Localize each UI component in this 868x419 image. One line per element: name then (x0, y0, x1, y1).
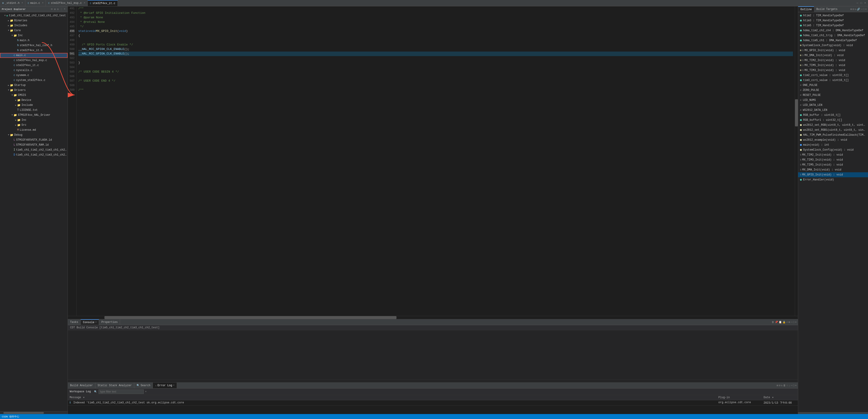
console-hscroll[interactable] (68, 379, 798, 382)
console-close[interactable]: × (95, 321, 96, 324)
tree-core-inc[interactable]: ▼ 📁 Inc (0, 33, 68, 38)
tree-main-c[interactable]: ▶ c main.c (0, 53, 68, 58)
col-plugin[interactable]: Plug-in (717, 395, 762, 399)
tree-core[interactable]: ▼ 📁 Core (0, 28, 68, 33)
filter-clear-btn[interactable]: × (145, 390, 147, 393)
tree-sysmem-c[interactable]: ▶ c sysmem.c (0, 73, 68, 78)
outline-mx-tim2-s[interactable]: S MX_TIM2_Init(void) : void (798, 152, 868, 157)
console-clear-btn[interactable]: 🗑 (772, 321, 774, 324)
outline-main[interactable]: main(void) : int (798, 143, 868, 147)
log-row-0[interactable]: ℹ Indexed 'tim5_ch1_tim2_ch2_tim3_ch1_ch… (68, 400, 798, 406)
outline-mx-dma[interactable]: H S MX_DMA_Init(void) : void (798, 53, 868, 58)
sort-message[interactable]: ▼ (83, 396, 85, 399)
tree-include[interactable]: ▶ 📁 Include (0, 103, 68, 108)
outline-sysclk2[interactable]: SystemClock_Config(void) : void (798, 147, 868, 152)
tab-hal-msp[interactable]: C stm32f4xx_hal_msp.c × (46, 0, 88, 6)
sidebar-hscroll[interactable] (0, 411, 68, 414)
log-btn-7[interactable]: ─ (791, 384, 792, 387)
tab-outline[interactable]: Outline (798, 6, 814, 12)
outline-error-handler[interactable]: Error_Handler(void) (798, 177, 868, 182)
tree-device[interactable]: ▶ 📁 Device (0, 98, 68, 103)
outline-ws2812-set-rgb1[interactable]: ws2812_set_RGB1(uint8_t, uint8_t, uint8_… (798, 127, 868, 132)
tree-syscalls-c[interactable]: ▶ c syscalls.c (0, 68, 68, 73)
log-btn-5[interactable]: ↑ (786, 384, 788, 387)
log-btn-3[interactable]: ↻ (781, 384, 782, 387)
log-btn-2[interactable]: ⊟ (779, 384, 780, 387)
log-btn-1[interactable]: ⊞ (777, 384, 778, 387)
sidebar-btn-5[interactable]: × (64, 8, 66, 11)
outline-htim3[interactable]: htim3 : TIM_HandleTypeDef (798, 18, 868, 23)
error-log-close[interactable]: × (173, 384, 175, 387)
tree-debug[interactable]: ▼ 📁 Debug (0, 132, 68, 138)
tree-hal-msp-c[interactable]: ▶ c stm32f4xx_hal_msp.c (0, 58, 68, 63)
sidebar-btn-2[interactable]: ⊞ (54, 8, 56, 11)
outline-hal-tim-cb[interactable]: HAL_TIM_PWM_PulseFinishedCallback(TIM_Ha (798, 132, 868, 138)
tab-static-stack[interactable]: Static Stack Analyzer (95, 383, 134, 388)
outline-rgb-buffur[interactable]: RGB_buffur : uint16_t[] (798, 113, 868, 118)
tab-stdint[interactable]: H _stdint.h × (0, 0, 25, 6)
tab-mainc-close[interactable]: × (42, 2, 43, 4)
outline-tim3-ccr1[interactable]: tim3_ccr1_value : uint16_t[] (798, 78, 868, 83)
outline-btn-2[interactable]: ⊟ (852, 8, 854, 11)
console-expand-btn[interactable]: ⊞ (789, 321, 790, 324)
outline-rgb-buffur1[interactable]: RGB_buffur1 : uint32_t[] (798, 118, 868, 123)
outline-hdma-tim2[interactable]: hdma_tim2_ch2_ch4 : DMA_HandleTypeDef (798, 28, 868, 33)
tab-tasks[interactable]: Tasks (68, 319, 81, 325)
tab-hal-it[interactable]: C stm32f4xx_it.c (88, 0, 118, 6)
tab-mainc[interactable]: C main.c × (25, 0, 46, 6)
sort-date[interactable]: ▼ (772, 396, 774, 399)
outline-btn-7[interactable]: × (865, 8, 867, 11)
log-btn-8[interactable]: □ (793, 384, 795, 387)
tree-hal-inc[interactable]: ▶ 📁 Inc (0, 118, 68, 123)
outline-mx-dma-s[interactable]: S MX_DMA_Init(void) : void (798, 167, 868, 172)
outline-btn-3[interactable]: ↻ (855, 8, 857, 11)
tab-stdint-close[interactable]: × (22, 2, 23, 4)
outline-htim2[interactable]: htim2 : TIM_HandleTypeDef (798, 13, 868, 18)
tree-includes[interactable]: ▶ 📁 Includes (0, 23, 68, 28)
outline-ws2812-example[interactable]: ws2812_example(void) : void (798, 138, 868, 143)
tree-ram-ld[interactable]: ▶ L STM32F405VGTX_RAM.ld (0, 143, 68, 147)
tree-system-c[interactable]: ▶ c system_stm32f4xx.c (0, 78, 68, 83)
outline-ws2812-set-rgb[interactable]: ws2812_set_RGB(uint8_t, uint8_t, uint8_t… (798, 123, 868, 127)
close-tabs-btn[interactable]: × (864, 1, 867, 5)
console-minimize-btn[interactable]: ─ (791, 321, 792, 324)
tree-root[interactable]: ▼ ◈ tim5_ch1_tim2_ch2_tim3_ch1_ch2_test (0, 13, 68, 18)
outline-mx-gpio[interactable]: H S MX_GPIO_Init(void) : void (798, 48, 868, 53)
outline-mx-tim5[interactable]: H S MX_TIM5_Init(void) : void (798, 63, 868, 68)
console-maximize-btn[interactable]: □ (793, 321, 795, 324)
tree-drivers[interactable]: ▼ 📁 Drivers (0, 88, 68, 93)
outline-mx-tim5-s[interactable]: S MX_TIM5_Init(void) : void (798, 162, 868, 167)
tree-hal-driver[interactable]: ▼ 📁 STM32F4xx_HAL_Driver (0, 113, 68, 118)
log-filter-input[interactable] (98, 389, 144, 394)
col-message[interactable]: Message ▼ (68, 395, 717, 399)
code-lines[interactable]: /** * @brief GPIO Initialization Functio… (76, 6, 795, 316)
console-body[interactable] (68, 330, 798, 379)
outline-htim5[interactable]: htim5 : TIM_HandleTypeDef (798, 23, 868, 28)
tab-properties[interactable]: Properties (99, 319, 120, 325)
tree-hal-conf-h[interactable]: ▶ h stm32f4xx_hal_conf.h (0, 43, 68, 48)
outline-sysclk[interactable]: H SystemClock_Config(void) : void (798, 43, 868, 48)
outline-mx-tim2[interactable]: H S MX_TIM2_Init(void) : void (798, 58, 868, 63)
tree-license-md[interactable]: ▶ M License.md (0, 127, 68, 132)
outline-btn-6[interactable]: □ (863, 8, 865, 11)
log-btn-4[interactable]: 🗑 (783, 384, 786, 387)
sidebar-btn-3[interactable]: ⊟ (57, 8, 59, 11)
console-close-panel-btn[interactable]: × (795, 321, 797, 324)
outline-hdma-tim5[interactable]: hdma_tim5_ch1 : DMA_HandleTypeDef (798, 38, 868, 43)
sidebar-btn-4[interactable]: ⋮ (60, 8, 63, 11)
log-btn-9[interactable]: × (795, 384, 797, 387)
tab-build-analyzer[interactable]: Build Analyzer (68, 383, 95, 388)
log-btn-6[interactable]: ↓ (789, 384, 790, 387)
tree-ioc[interactable]: ▶ I tim5_ch1_tim2_ch2_tim3_ch1_ch2_test.… (0, 147, 68, 152)
console-pin-btn[interactable]: 📌 (775, 321, 778, 324)
outline-btn-4[interactable]: 🔗 (857, 8, 860, 11)
col-date[interactable]: Date ▼ (762, 395, 798, 399)
sidebar-btn-1[interactable]: ⟳ (51, 8, 53, 11)
tree-cmsis[interactable]: ▼ 📁 CMSIS (0, 93, 68, 98)
console-scroll-lock-btn[interactable]: 🔒 (782, 321, 786, 324)
code-hscroll[interactable] (68, 316, 798, 319)
tab-console[interactable]: Console × (81, 319, 99, 325)
outline-btn-5[interactable]: ─ (861, 8, 862, 11)
tab-hal-msp-close[interactable]: × (84, 2, 85, 4)
outline-mx-gpio-s[interactable]: S MX_GPIO_Init(void) : void (798, 172, 868, 177)
